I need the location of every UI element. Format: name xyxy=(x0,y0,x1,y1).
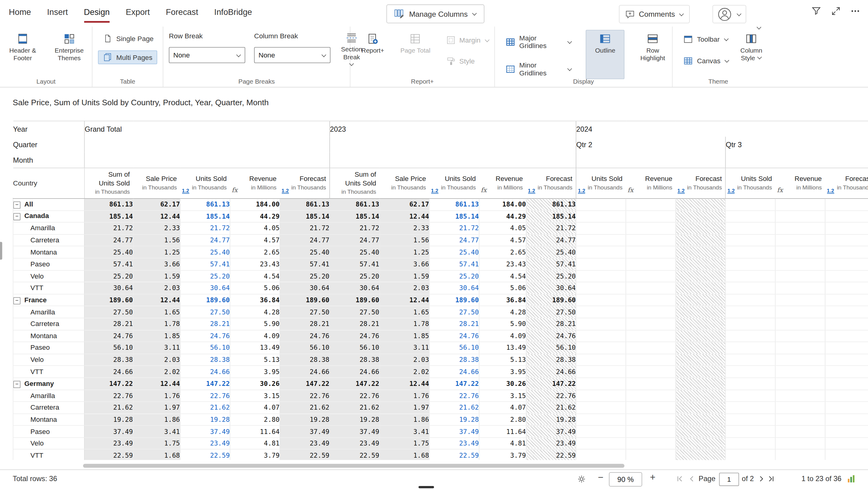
pivot-cell[interactable]: 25.20 xyxy=(429,270,479,282)
page-number-input[interactable] xyxy=(719,472,739,486)
pivot-cell[interactable] xyxy=(825,318,868,330)
pivot-cell[interactable]: 24.77 xyxy=(180,234,230,246)
pivot-cell[interactable]: 861.13 xyxy=(526,198,576,210)
pivot-cell[interactable]: 147.22 xyxy=(180,378,230,390)
report-plus-button[interactable]: Report+ xyxy=(356,30,390,68)
pivot-cell[interactable]: 4.05 xyxy=(230,222,280,234)
pivot-cell[interactable] xyxy=(725,366,775,378)
pivot-cell[interactable]: 22.59 xyxy=(280,450,330,460)
canvas-theme-button[interactable]: Canvas xyxy=(678,54,735,68)
pivot-cell[interactable]: 37.49 xyxy=(85,425,133,437)
quarter-group-header[interactable]: Qtr 2 xyxy=(576,137,725,152)
pivot-cell[interactable]: 22.59 xyxy=(429,450,479,460)
pivot-cell[interactable]: 1.76 xyxy=(133,390,180,401)
collapse-row-icon[interactable]: − xyxy=(13,297,21,304)
pivot-cell[interactable] xyxy=(775,246,825,258)
pivot-cell[interactable] xyxy=(725,438,775,450)
pivot-cell[interactable] xyxy=(825,342,868,354)
pivot-cell[interactable] xyxy=(775,390,825,401)
pivot-cell[interactable] xyxy=(576,342,626,354)
pivot-cell[interactable]: 1.59 xyxy=(379,270,429,282)
pivot-cell[interactable]: 22.76 xyxy=(526,390,576,401)
column-header[interactable]: 1.2Forecastin Thousands xyxy=(280,168,330,198)
pivot-cell[interactable] xyxy=(626,390,676,401)
column-header[interactable]: Sale Pricein Thousands xyxy=(379,168,429,198)
pivot-cell[interactable]: 44.29 xyxy=(479,210,526,222)
pivot-cell[interactable] xyxy=(676,414,726,425)
pivot-cell[interactable]: 13.49 xyxy=(479,342,526,354)
horizontal-scrollbar[interactable] xyxy=(83,464,624,468)
pivot-cell[interactable] xyxy=(775,270,825,282)
pivot-cell[interactable]: 4.07 xyxy=(230,402,280,414)
pivot-cell[interactable] xyxy=(626,414,676,425)
column-header[interactable]: fxRevenuein Millions xyxy=(775,168,825,198)
pivot-cell[interactable] xyxy=(825,366,868,378)
pivot-cell[interactable] xyxy=(725,246,775,258)
pivot-cell[interactable]: 189.60 xyxy=(526,294,576,306)
column-break-select[interactable]: None xyxy=(254,47,330,63)
pivot-cell[interactable]: 24.66 xyxy=(280,366,330,378)
row-label[interactable]: VTT xyxy=(13,282,85,294)
pivot-cell[interactable]: 2.33 xyxy=(379,222,429,234)
pivot-cell[interactable]: 1.76 xyxy=(379,390,429,401)
pivot-cell[interactable] xyxy=(725,270,775,282)
pivot-cell[interactable]: 21.62 xyxy=(526,402,576,414)
row-label[interactable]: Velo xyxy=(13,270,85,282)
pivot-cell[interactable] xyxy=(775,354,825,366)
pivot-cell[interactable]: 24.76 xyxy=(526,330,576,342)
pivot-cell[interactable] xyxy=(676,330,726,342)
pivot-cell[interactable] xyxy=(676,306,726,318)
pivot-cell[interactable] xyxy=(775,318,825,330)
pivot-cell[interactable]: 4.57 xyxy=(230,234,280,246)
pivot-cell[interactable] xyxy=(626,354,676,366)
pivot-cell[interactable]: 21.62 xyxy=(429,402,479,414)
pivot-cell[interactable]: 30.64 xyxy=(526,282,576,294)
pivot-cell[interactable]: 3.11 xyxy=(133,342,180,354)
pivot-cell[interactable]: 23.49 xyxy=(180,438,230,450)
pivot-cell[interactable] xyxy=(626,318,676,330)
pivot-cell[interactable] xyxy=(626,378,676,390)
collapse-row-icon[interactable]: − xyxy=(13,201,21,209)
pivot-cell[interactable]: 1.86 xyxy=(379,414,429,425)
pivot-cell[interactable]: 2.65 xyxy=(230,246,280,258)
pivot-cell[interactable] xyxy=(676,282,726,294)
pivot-cell[interactable]: 25.20 xyxy=(280,270,330,282)
pivot-cell[interactable]: 24.77 xyxy=(429,234,479,246)
pivot-cell[interactable]: 1.97 xyxy=(379,402,429,414)
year-group-header[interactable]: Grand Total xyxy=(85,121,330,137)
pivot-cell[interactable] xyxy=(825,354,868,366)
pivot-cell[interactable]: 25.40 xyxy=(280,246,330,258)
pivot-cell[interactable]: 3.95 xyxy=(230,366,280,378)
next-page-button[interactable] xyxy=(757,475,765,483)
pivot-cell[interactable]: 24.76 xyxy=(330,330,379,342)
pivot-cell[interactable]: 27.50 xyxy=(526,306,576,318)
collapse-row-icon[interactable]: − xyxy=(13,213,21,220)
pivot-cell[interactable] xyxy=(775,306,825,318)
pivot-cell[interactable] xyxy=(576,330,626,342)
pivot-cell[interactable]: 28.38 xyxy=(429,354,479,366)
pivot-cell[interactable]: 56.10 xyxy=(526,342,576,354)
pivot-cell[interactable]: 4.28 xyxy=(230,306,280,318)
pivot-cell[interactable]: 12.44 xyxy=(133,210,180,222)
tab-infobridge[interactable]: InfoBridge xyxy=(214,0,252,23)
collapse-ribbon-icon[interactable] xyxy=(756,25,761,30)
row-break-select[interactable]: None xyxy=(169,47,245,63)
pivot-cell[interactable] xyxy=(725,450,775,460)
pivot-cell[interactable] xyxy=(725,425,775,437)
pivot-cell[interactable] xyxy=(576,294,626,306)
pivot-cell[interactable] xyxy=(825,210,868,222)
pivot-cell[interactable] xyxy=(775,294,825,306)
pivot-cell[interactable] xyxy=(676,258,726,270)
pivot-cell[interactable]: 1.65 xyxy=(133,306,180,318)
pivot-cell[interactable]: 24.76 xyxy=(429,330,479,342)
pivot-cell[interactable] xyxy=(775,330,825,342)
pivot-cell[interactable]: 22.76 xyxy=(180,390,230,401)
pivot-cell[interactable]: 22.76 xyxy=(280,390,330,401)
more-options-icon[interactable] xyxy=(850,6,860,16)
fullscreen-icon[interactable] xyxy=(831,6,841,16)
pivot-cell[interactable] xyxy=(825,246,868,258)
pivot-cell[interactable] xyxy=(676,210,726,222)
pivot-cell[interactable] xyxy=(775,258,825,270)
pivot-cell[interactable]: 861.13 xyxy=(429,198,479,210)
pivot-cell[interactable]: 24.66 xyxy=(330,366,379,378)
